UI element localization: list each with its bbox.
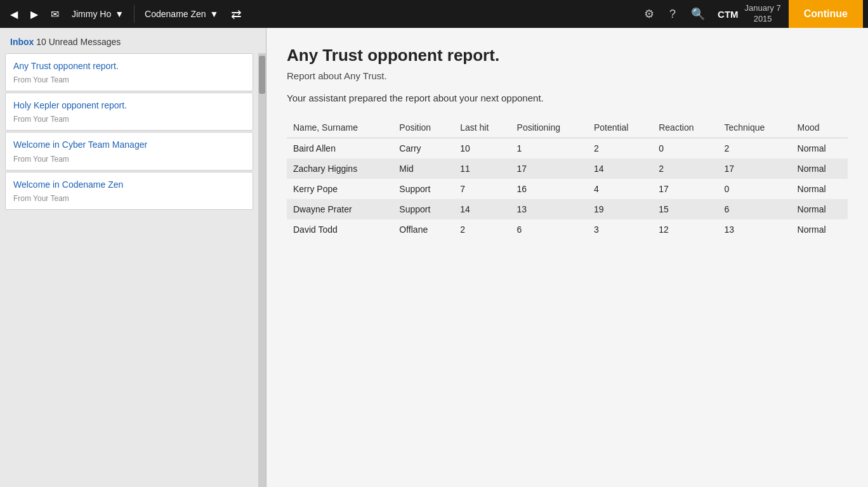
date-line2: 2015 xyxy=(745,14,781,25)
inbox-item-2[interactable]: Welcome in Cyber Team Manager From Your … xyxy=(5,132,253,170)
cell-4-4: 3 xyxy=(588,219,652,240)
cell-4-3: 6 xyxy=(511,219,588,240)
inbox-item-0[interactable]: Any Trust opponent report. From Your Tea… xyxy=(5,53,253,91)
table-row-3: Dwayne PraterSupport141319156Normal xyxy=(287,199,848,219)
col-header-7: Mood xyxy=(791,119,848,138)
col-header-5: Reaction xyxy=(652,119,718,138)
col-header-1: Position xyxy=(393,119,454,138)
cell-2-6: 0 xyxy=(718,179,791,199)
inbox-item-from-1: From Your Team xyxy=(13,115,245,124)
search-button[interactable]: 🔍 xyxy=(685,4,711,23)
inbox-panel: Inbox 10 Unread Messages Any Trust oppon… xyxy=(0,28,266,487)
forward-button[interactable]: ▶ xyxy=(25,6,43,23)
col-header-3: Positioning xyxy=(511,119,588,138)
col-header-4: Potential xyxy=(588,119,652,138)
cell-3-7: Normal xyxy=(791,199,848,219)
inbox-item-title-1: Holy Kepler opponent report. xyxy=(13,100,245,111)
inbox-scrollbar[interactable] xyxy=(258,53,266,487)
table-row-0: Baird AllenCarry101202Normal xyxy=(287,138,848,159)
content-subtitle: Report about Any Trust. xyxy=(287,70,848,81)
cell-3-3: 13 xyxy=(511,199,588,219)
cell-2-5: 17 xyxy=(652,179,718,199)
col-header-6: Technique xyxy=(718,119,791,138)
cell-1-6: 17 xyxy=(718,159,791,179)
cell-2-4: 4 xyxy=(588,179,652,199)
cell-2-3: 16 xyxy=(511,179,588,199)
user1-name: Jimmy Ho xyxy=(72,9,111,19)
inbox-item-from-0: From Your Team xyxy=(13,75,245,84)
table-header: Name, SurnamePositionLast hitPositioning… xyxy=(287,119,848,138)
content-description: Your assistant prepared the report about… xyxy=(287,93,848,103)
cell-3-5: 15 xyxy=(652,199,718,219)
content-panel: Any Trust opponent report. Report about … xyxy=(266,28,868,487)
inbox-label: Inbox xyxy=(10,37,34,47)
opponent-report-table: Name, SurnamePositionLast hitPositioning… xyxy=(287,119,848,240)
cell-0-4: 2 xyxy=(588,138,652,159)
cell-4-5: 12 xyxy=(652,219,718,240)
table-row-2: Kerry PopeSupport7164170Normal xyxy=(287,179,848,199)
cell-4-2: 2 xyxy=(454,219,510,240)
cell-0-2: 10 xyxy=(454,138,510,159)
top-bar: ◀ ▶ ✉ Jimmy Ho ▼ Codename Zen ▼ ⇄ ⚙ ? 🔍 … xyxy=(0,0,868,28)
inbox-item-from-2: From Your Team xyxy=(13,155,245,164)
inbox-list: Any Trust opponent report. From Your Tea… xyxy=(0,53,258,487)
inbox-item-1[interactable]: Holy Kepler opponent report. From Your T… xyxy=(5,93,253,131)
inbox-item-title-3: Welcome in Codename Zen xyxy=(13,179,245,190)
cell-4-6: 13 xyxy=(718,219,791,240)
cell-0-6: 2 xyxy=(718,138,791,159)
unread-count: 10 Unread Messages xyxy=(36,37,121,47)
cell-1-4: 14 xyxy=(588,159,652,179)
user1-chevron-icon: ▼ xyxy=(115,9,124,19)
ctm-label: CTM xyxy=(714,9,742,20)
main-area: Inbox 10 Unread Messages Any Trust oppon… xyxy=(0,28,868,487)
inbox-item-3[interactable]: Welcome in Codename Zen From Your Team xyxy=(5,172,253,210)
cell-0-7: Normal xyxy=(791,138,848,159)
cell-3-1: Support xyxy=(393,199,454,219)
cell-3-4: 19 xyxy=(588,199,652,219)
cell-1-2: 11 xyxy=(454,159,510,179)
col-header-2: Last hit xyxy=(454,119,510,138)
table-body: Baird AllenCarry101202NormalZachary Higg… xyxy=(287,138,848,240)
cell-0-5: 0 xyxy=(652,138,718,159)
date-line1: January 7 xyxy=(745,3,781,14)
inbox-header: Inbox 10 Unread Messages xyxy=(0,28,266,53)
cell-1-1: Mid xyxy=(393,159,454,179)
inbox-item-title-2: Welcome in Cyber Team Manager xyxy=(13,139,245,150)
user2-chevron-icon: ▼ xyxy=(210,9,219,19)
cell-3-2: 14 xyxy=(454,199,510,219)
col-header-0: Name, Surname xyxy=(287,119,393,138)
mail-button[interactable]: ✉ xyxy=(46,6,64,23)
cell-0-1: Carry xyxy=(393,138,454,159)
cell-3-0: Dwayne Prater xyxy=(287,199,393,219)
cell-1-7: Normal xyxy=(791,159,848,179)
content-title: Any Trust opponent report. xyxy=(287,46,848,65)
back-button[interactable]: ◀ xyxy=(5,6,23,23)
table-row-1: Zachary HigginsMid111714217Normal xyxy=(287,159,848,179)
cell-1-5: 2 xyxy=(652,159,718,179)
user2-selector[interactable]: Codename Zen ▼ xyxy=(140,6,223,22)
cell-4-7: Normal xyxy=(791,219,848,240)
cell-2-0: Kerry Pope xyxy=(287,179,393,199)
cell-2-2: 7 xyxy=(454,179,510,199)
cell-1-0: Zachary Higgins xyxy=(287,159,393,179)
nav-divider1 xyxy=(134,5,135,23)
cell-3-6: 6 xyxy=(718,199,791,219)
settings-button[interactable]: ⚙ xyxy=(638,4,661,23)
inbox-item-title-0: Any Trust opponent report. xyxy=(13,60,245,72)
continue-button[interactable]: Continue xyxy=(789,0,863,28)
cell-2-1: Support xyxy=(393,179,454,199)
user2-name: Codename Zen xyxy=(145,9,206,19)
user1-selector[interactable]: Jimmy Ho ▼ xyxy=(67,6,129,22)
swap-button[interactable]: ⇄ xyxy=(226,4,247,24)
cell-0-3: 1 xyxy=(511,138,588,159)
cell-4-1: Offlane xyxy=(393,219,454,240)
date-display: January 7 2015 xyxy=(745,3,781,25)
inbox-scroll-thumb[interactable] xyxy=(259,56,265,94)
cell-1-3: 17 xyxy=(511,159,588,179)
cell-2-7: Normal xyxy=(791,179,848,199)
table-row-4: David ToddOfflane2631213Normal xyxy=(287,219,848,240)
help-button[interactable]: ? xyxy=(663,5,682,23)
cell-4-0: David Todd xyxy=(287,219,393,240)
cell-0-0: Baird Allen xyxy=(287,138,393,159)
inbox-item-from-3: From Your Team xyxy=(13,194,245,203)
